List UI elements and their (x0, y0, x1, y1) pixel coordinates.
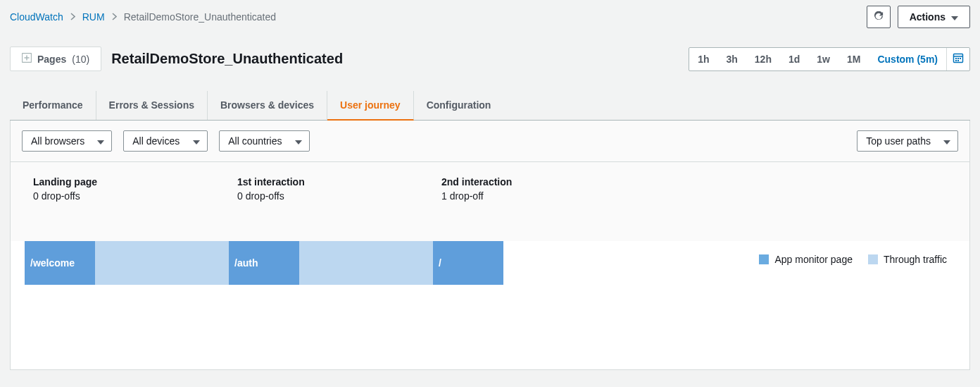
journey-step-dropoffs: 0 drop-offs (33, 190, 237, 202)
journey-seg-auth[interactable]: /auth (229, 241, 299, 285)
time-range: 1h 3h 12h 1d 1w 1M Custom (5m) (689, 47, 970, 71)
svg-rect-6 (955, 58, 957, 59)
browsers-select[interactable]: All browsers (22, 130, 112, 152)
journey-seg-root[interactable]: / (433, 241, 503, 285)
plus-square-icon (22, 53, 32, 65)
tab-user-journey[interactable]: User journey (327, 91, 414, 121)
svg-marker-12 (193, 140, 200, 145)
svg-rect-9 (955, 60, 957, 61)
time-range-12h[interactable]: 12h (746, 47, 780, 71)
svg-marker-14 (943, 140, 950, 145)
breadcrumb-rum[interactable]: RUM (82, 11, 105, 23)
chevron-down-icon (97, 135, 104, 147)
paths-select-label: Top user paths (866, 135, 931, 147)
legend-label-through: Through traffic (884, 254, 947, 265)
tab-configuration[interactable]: Configuration (414, 91, 504, 120)
legend-swatch-through (868, 254, 878, 264)
svg-marker-0 (951, 16, 958, 20)
time-range-1d[interactable]: 1d (780, 47, 808, 71)
pages-button[interactable]: Pages (10) (10, 47, 101, 71)
journey-step-title: 2nd interaction (441, 176, 646, 188)
journey-step-landing: Landing page 0 drop-offs (33, 176, 237, 202)
devices-select[interactable]: All devices (123, 130, 208, 152)
svg-marker-13 (295, 140, 302, 145)
time-range-custom[interactable]: Custom (5m) (869, 47, 946, 71)
tabs: Performance Errors & Sessions Browsers &… (10, 91, 970, 121)
chevron-down-icon (295, 135, 302, 147)
calendar-button[interactable] (946, 48, 969, 70)
refresh-icon (874, 11, 884, 23)
time-range-1M[interactable]: 1M (838, 47, 869, 71)
journey-step-title: 1st interaction (237, 176, 441, 188)
chevron-right-icon (112, 11, 117, 23)
calendar-icon (953, 52, 964, 66)
tab-errors-sessions[interactable]: Errors & Sessions (96, 91, 208, 120)
journey-step-title: Landing page (33, 176, 237, 188)
actions-button[interactable]: Actions (898, 6, 970, 28)
paths-select[interactable]: Top user paths (857, 130, 958, 152)
svg-marker-11 (97, 140, 104, 145)
chevron-down-icon (193, 135, 200, 147)
page-title: RetailDemoStore_Unauthenticated (111, 51, 343, 67)
chevron-down-icon (943, 135, 950, 147)
journey-step-1st: 1st interaction 0 drop-offs (237, 176, 441, 202)
time-range-1w[interactable]: 1w (808, 47, 838, 71)
browsers-select-label: All browsers (31, 135, 84, 147)
countries-select-label: All countries (228, 135, 282, 147)
legend-swatch-app (759, 254, 769, 264)
legend-label-app: App monitor page (774, 254, 853, 265)
pages-label: Pages (37, 54, 66, 65)
pages-count: (10) (72, 54, 89, 65)
svg-rect-10 (957, 60, 959, 61)
actions-label: Actions (910, 11, 946, 23)
breadcrumb-cloudwatch[interactable]: CloudWatch (10, 11, 63, 23)
chevron-down-icon (951, 11, 958, 23)
journey-seg-through (299, 241, 433, 285)
svg-rect-8 (960, 58, 961, 59)
journey-step-dropoffs: 0 drop-offs (237, 190, 441, 202)
journey-step-dropoffs: 1 drop-off (441, 190, 646, 202)
svg-rect-7 (957, 58, 959, 59)
countries-select[interactable]: All countries (219, 130, 309, 152)
journey-step-2nd: 2nd interaction 1 drop-off (441, 176, 646, 202)
breadcrumb-current: RetailDemoStore_Unauthenticated (124, 11, 276, 23)
journey-seg-welcome[interactable]: /welcome (25, 241, 95, 285)
legend: App monitor page Through traffic (759, 254, 947, 265)
chevron-right-icon (70, 11, 75, 23)
time-range-1h[interactable]: 1h (689, 47, 717, 71)
time-range-3h[interactable]: 3h (717, 47, 746, 71)
tab-browsers-devices[interactable]: Browsers & devices (208, 91, 327, 120)
breadcrumb: CloudWatch RUM RetailDemoStore_Unauthent… (10, 11, 276, 23)
refresh-button[interactable] (867, 6, 891, 28)
tab-performance[interactable]: Performance (10, 91, 96, 120)
devices-select-label: All devices (132, 135, 180, 147)
journey-seg-through (95, 241, 229, 285)
